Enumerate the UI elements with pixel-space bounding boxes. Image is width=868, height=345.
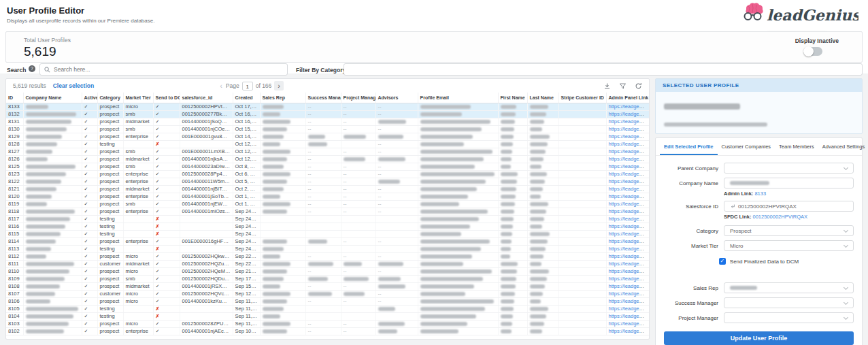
col-admin-panel-link[interactable]: Admin Panel Link — [606, 93, 649, 103]
col-stripe-customer-id[interactable]: Stripe Customer ID — [558, 93, 606, 103]
table-row[interactable]: 8117✓testing✗Sep 24, 2020https://leadgen… — [6, 216, 649, 223]
table-row[interactable]: 8116✓testing✗Sep 24, 2020https://leadgen… — [6, 223, 649, 231]
chevron-left-icon[interactable]: ‹ — [216, 81, 226, 91]
company-name-input[interactable] — [724, 178, 854, 188]
admin-panel-link[interactable]: https://leadgen… — [609, 231, 648, 237]
admin-panel-link[interactable]: https://leadgen… — [609, 306, 648, 312]
clear-selection-link[interactable]: Clear selection — [53, 82, 94, 89]
admin-panel-link[interactable]: https://leadgen… — [609, 216, 648, 222]
admin-panel-link[interactable]: https://leadgen… — [609, 111, 648, 117]
col-id[interactable]: ID — [6, 93, 23, 103]
chevron-right-icon[interactable]: › — [274, 81, 284, 91]
table-row[interactable]: 8106✓prospectmicro✓0014400001kzKuUAAUSep… — [6, 298, 649, 306]
admin-panel-link[interactable]: https://leadgen… — [609, 133, 648, 139]
table-row[interactable]: 8126✓prospectmidmarket✓0014400001njksAAA… — [6, 156, 649, 163]
tab-edit-selected-profile[interactable]: Edit Selected Profile — [660, 138, 718, 155]
table-row[interactable]: 8128✓testing✗Oct 12, 2020--https://leadg… — [6, 141, 649, 148]
table-row[interactable]: 8113✓testing✗Sep 24, 2020https://leadgen… — [6, 246, 649, 253]
admin-panel-link[interactable]: https://leadgen… — [609, 208, 648, 214]
admin-panel-link[interactable]: https://leadgen… — [609, 253, 648, 259]
table-row[interactable]: 8127✓prospectsmb✓001E000001LmXBHIA3Oct 1… — [6, 148, 649, 156]
table-row[interactable]: 8104✓testing✗Sep 11, 2020https://leadgen… — [6, 313, 649, 321]
tab-customer-companies[interactable]: Customer Companies — [718, 138, 775, 155]
table-row[interactable]: 8122✓prospectenterprise✓00144000011W5m3A… — [6, 178, 649, 186]
help-icon[interactable]: ? — [29, 65, 35, 72]
dcm-checkbox[interactable]: ✓ — [719, 258, 726, 265]
admin-panel-link[interactable]: https://leadgen… — [609, 238, 648, 244]
admin-panel-link[interactable]: https://leadgen… — [609, 193, 648, 199]
table-row[interactable]: 8115✓testing✗Sep 24, 2020https://leadgen… — [6, 231, 649, 238]
col-created[interactable]: Created — [233, 93, 260, 103]
display-inactive-toggle[interactable] — [803, 47, 822, 56]
col-profile-email[interactable]: Profile Email — [418, 93, 498, 103]
parent-company-select[interactable] — [724, 163, 854, 174]
admin-panel-link[interactable]: https://leadgen… — [609, 268, 648, 274]
table-row[interactable]: 8108✓prospectmidmarket✓0014400001jRSXBAA… — [6, 283, 649, 291]
sales-rep-select[interactable] — [724, 282, 854, 293]
admin-panel-link[interactable]: https://leadgen… — [609, 156, 648, 162]
col-salesforce-id[interactable]: salesforce_id — [180, 93, 233, 103]
admin-panel-link[interactable]: https://leadgen… — [609, 276, 648, 282]
filter-icon[interactable] — [619, 82, 627, 90]
table-row[interactable]: 8130✓prospectsmb✓0014400001njCOeAAMOct 1… — [6, 126, 649, 133]
col-advisors[interactable]: Advisors — [375, 93, 418, 103]
update-user-profile-button[interactable]: Update User Profile — [664, 331, 854, 345]
tab-team-members[interactable]: Team Members — [775, 138, 818, 155]
admin-panel-link[interactable]: https://leadgen… — [609, 261, 648, 267]
admin-panel-link[interactable]: https://leadgen… — [609, 118, 648, 125]
admin-panel-link[interactable]: https://leadgen… — [609, 283, 648, 289]
admin-panel-link[interactable]: https://leadgen… — [609, 298, 648, 304]
admin-panel-link[interactable]: https://leadgen… — [609, 313, 648, 319]
col-active[interactable]: Active — [82, 93, 97, 103]
table-row[interactable]: 8132✓prospectsmb✓001250000277BkCQAQOct 1… — [6, 111, 649, 118]
admin-panel-link[interactable]: https://leadgen… — [609, 291, 648, 297]
admin-panel-link[interactable]: https://leadgen… — [609, 148, 648, 154]
admin-panel-link[interactable]: https://leadgen… — [609, 186, 648, 192]
admin-panel-link[interactable]: https://leadgen… — [609, 246, 648, 252]
tab-advanced-settings[interactable]: Advanced Settings — [818, 138, 868, 155]
table-row[interactable]: 8118✓prospectenterprise✓0014400001miOzsA… — [6, 208, 649, 216]
admin-panel-link[interactable]: https://leadgen… — [609, 201, 648, 207]
table-row[interactable]: 8131✓prospectmidmarket✓0014400001jSoQDAA… — [6, 118, 649, 126]
admin-link[interactable]: 8133 — [754, 191, 766, 197]
table-row[interactable]: 8109✓prospectsmb✓0012500002HQDuZQAXSep 1… — [6, 276, 649, 283]
salesforce-id-input[interactable]: 0012500002HPVtRQAX — [724, 201, 854, 212]
download-icon[interactable] — [603, 82, 611, 90]
table-row[interactable]: 8120✓prospectenterprise✓0014400001jSoTbA… — [6, 193, 649, 201]
table-row[interactable]: 8112✓prospectmicro✓0012500002HQkwTQATSep… — [6, 253, 649, 261]
table-row[interactable]: 8103✓prospectmicro✓00125000028ZPUaQAPSep… — [6, 321, 649, 328]
page-input[interactable]: 1 — [242, 82, 253, 91]
market-tier-select[interactable]: Micro — [724, 240, 854, 251]
table-row[interactable]: 8129✓prospectenterprise✓001E000001gvu8YI… — [6, 133, 649, 141]
table-row[interactable]: 8107✓customermicro✓0012500002HQVcFQAXSep… — [6, 291, 649, 298]
col-category[interactable]: Category — [97, 93, 123, 103]
col-success-manager[interactable]: Success Manager — [305, 93, 341, 103]
table-row[interactable]: 8133✓prospectmicro✓0012500002HPVtRQAXOct… — [6, 103, 649, 111]
admin-panel-link[interactable]: https://leadgen… — [609, 178, 648, 184]
project-manager-select[interactable] — [724, 312, 854, 323]
table-row[interactable]: 8121✓prospectmidmarket✓0014400001njBITAA… — [6, 186, 649, 193]
admin-panel-link[interactable]: https://leadgen… — [609, 141, 648, 147]
success-manager-select[interactable] — [724, 297, 854, 308]
table-row[interactable]: 8114✓prospectenterprise✓001E0000016gHFUI… — [6, 238, 649, 246]
table-row[interactable]: 8119✓prospectsmb✓0014400001njEWFAA2Oct 1… — [6, 201, 649, 208]
col-send-to-dcm[interactable]: Send to DCM — [153, 93, 180, 103]
admin-panel-link[interactable]: https://leadgen… — [609, 321, 648, 327]
table-row[interactable]: 8105✓testing✗Sep 11, 2020https://leadgen… — [6, 306, 649, 313]
table-row[interactable]: 8125✓prospectsmb✓00144000023aDIwAAMOct 8… — [6, 163, 649, 171]
col-market-tier[interactable]: Market Tier — [123, 93, 153, 103]
table-row[interactable]: 8102✓prospectenterprise✓0014400001njAEcA… — [6, 328, 649, 335]
col-company-name[interactable]: Company Name — [23, 93, 82, 103]
col-first-name[interactable]: First Name — [498, 93, 527, 103]
filter-by-category-input[interactable] — [344, 63, 863, 76]
admin-panel-link[interactable]: https://leadgen… — [609, 103, 648, 110]
sfdc-link[interactable]: 0012500002HPVtRQAX — [753, 214, 807, 220]
admin-panel-link[interactable]: https://leadgen… — [609, 223, 648, 229]
col-last-name[interactable]: Last Name — [527, 93, 558, 103]
table-row[interactable]: 8111✓customermidmarket✓0012500002HQZuNQA… — [6, 261, 649, 268]
search-input[interactable] — [54, 66, 283, 73]
table-row[interactable]: 8123✓prospectenterprise✓00125000028Pp4PQ… — [6, 171, 649, 178]
col-sales-rep[interactable]: Sales Rep — [260, 93, 305, 103]
admin-panel-link[interactable]: https://leadgen… — [609, 126, 648, 132]
refresh-icon[interactable] — [635, 82, 642, 90]
